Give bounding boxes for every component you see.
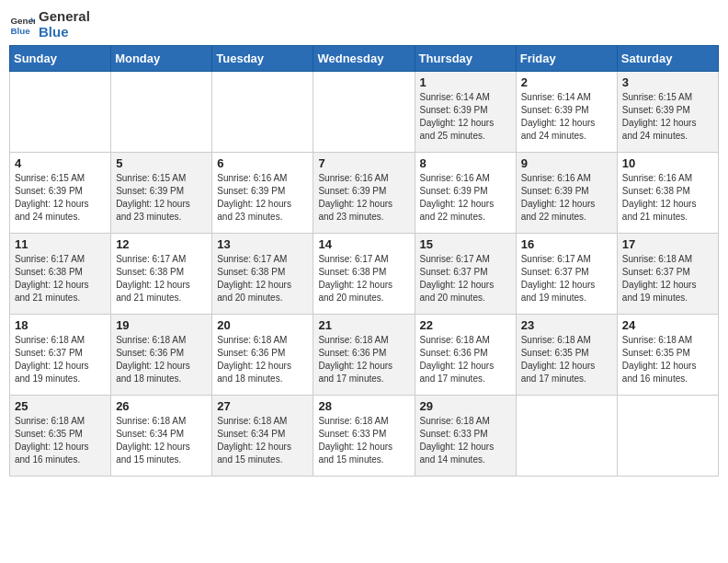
calendar-cell: 16Sunrise: 6:17 AM Sunset: 6:37 PM Dayli… (516, 234, 617, 315)
day-number: 11 (15, 237, 106, 251)
day-number: 8 (420, 156, 511, 170)
calendar-week-4: 18Sunrise: 6:18 AM Sunset: 6:37 PM Dayli… (10, 315, 719, 396)
calendar-cell: 18Sunrise: 6:18 AM Sunset: 6:37 PM Dayli… (10, 315, 111, 396)
calendar-cell (617, 396, 718, 477)
day-info: Sunrise: 6:17 AM Sunset: 6:38 PM Dayligh… (318, 253, 409, 304)
day-info: Sunrise: 6:18 AM Sunset: 6:35 PM Dayligh… (15, 415, 106, 466)
day-number: 6 (217, 156, 308, 170)
day-info: Sunrise: 6:15 AM Sunset: 6:39 PM Dayligh… (116, 172, 207, 224)
day-info: Sunrise: 6:15 AM Sunset: 6:39 PM Dayligh… (15, 172, 106, 224)
day-info: Sunrise: 6:18 AM Sunset: 6:37 PM Dayligh… (622, 253, 713, 304)
header-saturday: Saturday (617, 46, 718, 72)
calendar-week-1: 1Sunrise: 6:14 AM Sunset: 6:39 PM Daylig… (10, 72, 719, 153)
calendar-cell: 20Sunrise: 6:18 AM Sunset: 6:36 PM Dayli… (212, 315, 313, 396)
day-number: 26 (116, 399, 207, 413)
day-number: 15 (420, 237, 511, 251)
calendar-cell: 1Sunrise: 6:14 AM Sunset: 6:39 PM Daylig… (415, 72, 516, 153)
header-tuesday: Tuesday (212, 46, 313, 72)
calendar-cell: 11Sunrise: 6:17 AM Sunset: 6:38 PM Dayli… (10, 234, 111, 315)
calendar-cell: 19Sunrise: 6:18 AM Sunset: 6:36 PM Dayli… (111, 315, 212, 396)
day-info: Sunrise: 6:18 AM Sunset: 6:37 PM Dayligh… (15, 334, 106, 385)
day-number: 5 (116, 156, 207, 170)
day-number: 7 (318, 156, 409, 170)
day-number: 25 (15, 399, 106, 413)
calendar-cell: 17Sunrise: 6:18 AM Sunset: 6:37 PM Dayli… (617, 234, 718, 315)
day-number: 28 (318, 399, 409, 413)
day-number: 21 (318, 318, 409, 332)
calendar-cell: 15Sunrise: 6:17 AM Sunset: 6:37 PM Dayli… (415, 234, 516, 315)
calendar-cell: 13Sunrise: 6:17 AM Sunset: 6:38 PM Dayli… (212, 234, 313, 315)
day-number: 23 (521, 318, 612, 332)
logo-general: General (39, 9, 90, 25)
day-info: Sunrise: 6:17 AM Sunset: 6:38 PM Dayligh… (116, 253, 207, 304)
day-info: Sunrise: 6:17 AM Sunset: 6:37 PM Dayligh… (521, 253, 612, 304)
day-number: 3 (622, 75, 713, 89)
day-number: 13 (217, 237, 308, 251)
day-number: 20 (217, 318, 308, 332)
day-info: Sunrise: 6:14 AM Sunset: 6:39 PM Dayligh… (521, 91, 612, 143)
day-number: 10 (622, 156, 713, 170)
calendar-week-2: 4Sunrise: 6:15 AM Sunset: 6:39 PM Daylig… (10, 153, 719, 234)
calendar-cell: 26Sunrise: 6:18 AM Sunset: 6:34 PM Dayli… (111, 396, 212, 477)
calendar-cell: 25Sunrise: 6:18 AM Sunset: 6:35 PM Dayli… (10, 396, 111, 477)
calendar-cell: 3Sunrise: 6:15 AM Sunset: 6:39 PM Daylig… (617, 72, 718, 153)
calendar-cell: 22Sunrise: 6:18 AM Sunset: 6:36 PM Dayli… (415, 315, 516, 396)
calendar-cell: 4Sunrise: 6:15 AM Sunset: 6:39 PM Daylig… (10, 153, 111, 234)
calendar-cell: 5Sunrise: 6:15 AM Sunset: 6:39 PM Daylig… (111, 153, 212, 234)
calendar-cell: 8Sunrise: 6:16 AM Sunset: 6:39 PM Daylig… (415, 153, 516, 234)
day-number: 4 (15, 156, 106, 170)
calendar-cell: 24Sunrise: 6:18 AM Sunset: 6:35 PM Dayli… (617, 315, 718, 396)
header-monday: Monday (111, 46, 212, 72)
day-info: Sunrise: 6:16 AM Sunset: 6:39 PM Dayligh… (217, 172, 308, 224)
day-number: 12 (116, 237, 207, 251)
calendar-cell: 10Sunrise: 6:16 AM Sunset: 6:38 PM Dayli… (617, 153, 718, 234)
day-info: Sunrise: 6:18 AM Sunset: 6:36 PM Dayligh… (217, 334, 308, 385)
day-info: Sunrise: 6:17 AM Sunset: 6:38 PM Dayligh… (217, 253, 308, 304)
day-info: Sunrise: 6:18 AM Sunset: 6:34 PM Dayligh… (116, 415, 207, 466)
day-info: Sunrise: 6:16 AM Sunset: 6:39 PM Dayligh… (521, 172, 612, 224)
calendar-cell: 29Sunrise: 6:18 AM Sunset: 6:33 PM Dayli… (415, 396, 516, 477)
calendar-cell: 27Sunrise: 6:18 AM Sunset: 6:34 PM Dayli… (212, 396, 313, 477)
day-number: 29 (420, 399, 511, 413)
day-number: 17 (622, 237, 713, 251)
day-info: Sunrise: 6:18 AM Sunset: 6:33 PM Dayligh… (420, 415, 511, 466)
day-number: 24 (622, 318, 713, 332)
logo-icon: General Blue (9, 12, 35, 38)
svg-text:Blue: Blue (10, 25, 30, 35)
day-number: 27 (217, 399, 308, 413)
calendar-cell: 9Sunrise: 6:16 AM Sunset: 6:39 PM Daylig… (516, 153, 617, 234)
logo-blue: Blue (39, 25, 90, 40)
day-info: Sunrise: 6:16 AM Sunset: 6:39 PM Dayligh… (420, 172, 511, 224)
calendar-cell: 21Sunrise: 6:18 AM Sunset: 6:36 PM Dayli… (313, 315, 415, 396)
day-number: 19 (116, 318, 207, 332)
calendar-cell: 6Sunrise: 6:16 AM Sunset: 6:39 PM Daylig… (212, 153, 313, 234)
calendar-cell (111, 72, 212, 153)
calendar-table: SundayMondayTuesdayWednesdayThursdayFrid… (9, 45, 719, 477)
header-sunday: Sunday (10, 46, 111, 72)
calendar-cell: 2Sunrise: 6:14 AM Sunset: 6:39 PM Daylig… (516, 72, 617, 153)
day-info: Sunrise: 6:18 AM Sunset: 6:35 PM Dayligh… (622, 334, 713, 385)
day-info: Sunrise: 6:18 AM Sunset: 6:36 PM Dayligh… (116, 334, 207, 385)
calendar-week-3: 11Sunrise: 6:17 AM Sunset: 6:38 PM Dayli… (10, 234, 719, 315)
header-friday: Friday (516, 46, 617, 72)
day-number: 18 (15, 318, 106, 332)
day-number: 14 (318, 237, 409, 251)
day-info: Sunrise: 6:14 AM Sunset: 6:39 PM Dayligh… (420, 91, 511, 143)
day-info: Sunrise: 6:17 AM Sunset: 6:37 PM Dayligh… (420, 253, 511, 304)
day-number: 1 (420, 75, 511, 89)
day-info: Sunrise: 6:18 AM Sunset: 6:36 PM Dayligh… (318, 334, 409, 385)
day-number: 2 (521, 75, 612, 89)
header-thursday: Thursday (415, 46, 516, 72)
day-number: 9 (521, 156, 612, 170)
day-info: Sunrise: 6:16 AM Sunset: 6:39 PM Dayligh… (318, 172, 409, 224)
calendar-cell (516, 396, 617, 477)
header-wednesday: Wednesday (313, 46, 415, 72)
day-info: Sunrise: 6:18 AM Sunset: 6:36 PM Dayligh… (420, 334, 511, 385)
day-info: Sunrise: 6:15 AM Sunset: 6:39 PM Dayligh… (622, 91, 713, 143)
day-info: Sunrise: 6:18 AM Sunset: 6:34 PM Dayligh… (217, 415, 308, 466)
day-info: Sunrise: 6:17 AM Sunset: 6:38 PM Dayligh… (15, 253, 106, 304)
calendar-header-row: SundayMondayTuesdayWednesdayThursdayFrid… (10, 46, 719, 72)
calendar-week-5: 25Sunrise: 6:18 AM Sunset: 6:35 PM Dayli… (10, 396, 719, 477)
day-info: Sunrise: 6:18 AM Sunset: 6:35 PM Dayligh… (521, 334, 612, 385)
day-info: Sunrise: 6:18 AM Sunset: 6:33 PM Dayligh… (318, 415, 409, 466)
